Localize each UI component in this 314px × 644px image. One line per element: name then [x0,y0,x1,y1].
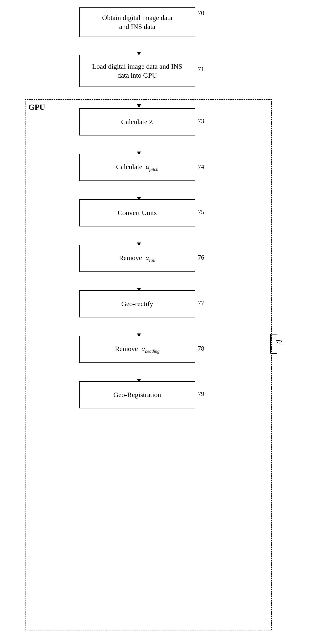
box-77-label: Geo-rectify [121,300,153,308]
box-76-label: Remove αroll [119,254,156,263]
box-73-label: Calculate Z [121,118,153,126]
arrow-75-76 [137,226,141,246]
box-79-label: Geo-Registration [114,390,161,399]
arrow-73-74 [137,136,141,155]
ref-79: 79 [198,390,204,398]
box-76: Remove αroll [79,245,195,272]
bracket-72-bottom [271,353,277,354]
box-78: Remove αheading [79,336,195,363]
arrow-74-75 [137,181,141,200]
bracket-72-top [271,334,277,334]
box-70-label: Obtain digital image dataand INS data [102,13,172,32]
ref-71: 71 [198,66,204,73]
ref-73: 73 [198,118,204,125]
arrow-78-79 [137,363,141,382]
box-73: Calculate Z [79,108,195,136]
gpu-label: GPU [28,102,45,112]
ref-78: 78 [198,345,204,352]
ref-70: 70 [198,10,204,17]
box-75: Convert Units [79,199,195,226]
box-70: Obtain digital image dataand INS data [79,8,195,37]
box-78-label: Remove αheading [115,344,160,354]
bracket-72-vert [270,334,271,354]
box-75-label: Convert Units [118,208,157,217]
arrow-70-71 [137,37,141,56]
box-74: Calculate αpitch [79,154,195,181]
box-71: Load digital image data and INSdata into… [79,55,195,87]
box-79: Geo-Registration [79,381,195,408]
ref-75: 75 [198,208,204,216]
ref-76: 76 [198,254,204,261]
box-77: Geo-rectify [79,290,195,318]
box-71-label: Load digital image data and INSdata into… [92,62,182,80]
ref-74: 74 [198,163,204,170]
diagram-container: Obtain digital image dataand INS data 70… [0,0,314,644]
arrow-76-77 [137,272,141,292]
arrow-77-78 [137,318,141,337]
ref-77: 77 [198,300,204,307]
ref-72: 72 [276,339,282,346]
box-74-label: Calculate αpitch [116,162,158,172]
